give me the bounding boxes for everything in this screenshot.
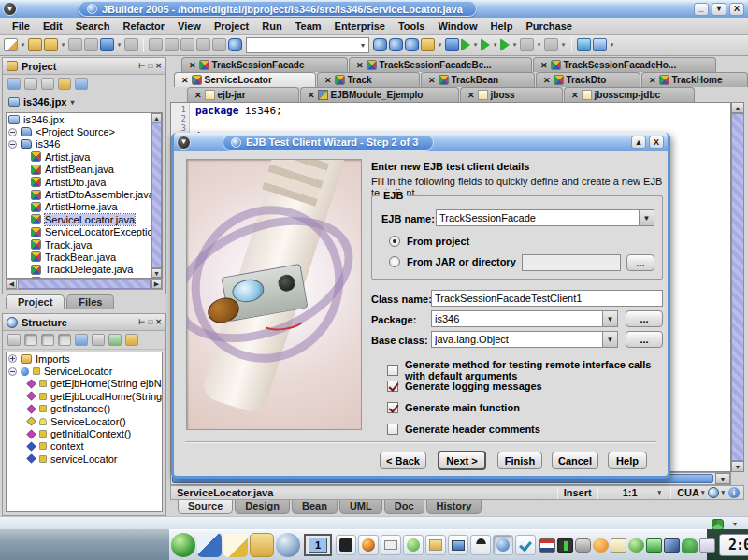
- tab-history[interactable]: History: [426, 500, 482, 514]
- optimize-icon[interactable]: [500, 38, 510, 51]
- dialog-shade-button[interactable]: ▲: [631, 136, 646, 149]
- project-tree-hscrollbar[interactable]: [18, 280, 151, 289]
- close-tab-icon[interactable]: ✕: [540, 61, 548, 70]
- close-tab-icon[interactable]: ✕: [649, 76, 656, 85]
- task-check[interactable]: [515, 535, 536, 555]
- errors-filter-icon[interactable]: [108, 334, 122, 346]
- close-tab-icon[interactable]: ✕: [189, 61, 196, 70]
- project-selector[interactable]: is346.jpx ▾: [3, 93, 165, 110]
- tab-project[interactable]: Project: [6, 294, 65, 309]
- generate-method-checkbox-row[interactable]: Generate method for testing remote inter…: [387, 359, 668, 381]
- next-button[interactable]: Next >: [438, 451, 486, 470]
- open-project-icon[interactable]: [28, 38, 42, 51]
- editor-tab[interactable]: ✕TrackSessionFacadeHo...: [533, 57, 716, 72]
- find-icon[interactable]: [228, 38, 242, 51]
- tray-klipper-icon[interactable]: [611, 538, 626, 553]
- package-dropdown-icon[interactable]: ▼: [602, 311, 617, 326]
- strip-dropdown-icon[interactable]: ▾: [733, 520, 737, 528]
- window-menu-button[interactable]: ▼: [3, 2, 17, 16]
- panel-float-icon[interactable]: □: [148, 318, 152, 326]
- dialog-close-button[interactable]: X: [649, 136, 664, 149]
- find-prev-icon[interactable]: [389, 38, 403, 51]
- menu-tools[interactable]: Tools: [392, 19, 432, 34]
- ejb-name-input[interactable]: [437, 212, 639, 223]
- base-class-input[interactable]: [432, 334, 602, 345]
- menu-run[interactable]: Run: [255, 19, 288, 34]
- desktop-pager[interactable]: 1: [304, 534, 332, 556]
- close-tab-icon[interactable]: ✕: [543, 76, 551, 85]
- search-path-icon[interactable]: [405, 38, 419, 51]
- tab-uml[interactable]: UML: [339, 500, 382, 514]
- ejb-name-combo[interactable]: ▼: [436, 209, 654, 226]
- task-folder[interactable]: [448, 535, 468, 555]
- menu-purchase[interactable]: Purchase: [519, 19, 579, 34]
- project-selector-dropdown-icon[interactable]: ▾: [70, 98, 74, 107]
- tray-power-icon[interactable]: [575, 538, 591, 553]
- generate-header-checkbox[interactable]: [387, 424, 398, 435]
- redo-icon[interactable]: [165, 38, 179, 51]
- tab-bean[interactable]: Bean: [292, 500, 338, 514]
- base-class-combo[interactable]: ▼: [431, 331, 618, 348]
- menu-view[interactable]: View: [171, 19, 208, 34]
- panel-close-icon[interactable]: ✕: [155, 62, 162, 70]
- tree-item[interactable]: ServiceLocator(): [7, 415, 162, 427]
- tree-item[interactable]: TrackBean.java: [7, 251, 162, 263]
- editor-scroll-corner-button[interactable]: ▼: [715, 473, 730, 484]
- jar-path-input[interactable]: [523, 257, 620, 268]
- base-class-dropdown-icon[interactable]: ▼: [602, 332, 617, 347]
- back-icon[interactable]: [520, 38, 534, 51]
- project-properties-icon[interactable]: [75, 78, 88, 90]
- expand-handle[interactable]: [8, 367, 17, 376]
- show-properties-icon[interactable]: [75, 334, 88, 346]
- close-tab-icon[interactable]: ✕: [468, 91, 475, 100]
- minimize-button[interactable]: _: [694, 3, 709, 16]
- editor-tab[interactable]: ✕TrackSessionFacadeBe...: [349, 57, 532, 72]
- forward-dropdown-icon[interactable]: ▾: [560, 41, 567, 49]
- zoom-dropdown-icon[interactable]: ▾: [721, 489, 725, 496]
- debug-icon[interactable]: [481, 38, 490, 51]
- menu-refactor[interactable]: Refactor: [116, 19, 171, 34]
- editor-vscrollbar[interactable]: [731, 113, 744, 461]
- tree-item[interactable]: ServiceLocator: [7, 365, 162, 377]
- maximize-button[interactable]: ▼: [712, 3, 726, 16]
- browse-classes-icon[interactable]: [421, 38, 435, 51]
- editor-tab[interactable]: ✕TrackBean: [421, 72, 535, 87]
- workspaces-dropdown-icon[interactable]: ▾: [609, 41, 615, 49]
- status-info-icon[interactable]: i: [728, 487, 740, 498]
- tree-item[interactable]: ArtistDto.java: [7, 176, 162, 188]
- expand-handle[interactable]: [8, 354, 17, 363]
- package-input[interactable]: [432, 313, 602, 324]
- tree-item[interactable]: ArtistDtoAssembler.java: [7, 188, 162, 200]
- class-name-input[interactable]: [432, 293, 662, 304]
- menu-search[interactable]: Search: [69, 19, 117, 34]
- sort-order-icon[interactable]: [58, 334, 71, 346]
- generate-method-checkbox[interactable]: [387, 365, 398, 376]
- refresh-project-icon[interactable]: [58, 78, 71, 90]
- generate-main-checkbox-row[interactable]: Generate main function: [387, 402, 520, 413]
- tree-item[interactable]: context: [7, 440, 162, 452]
- run-icon[interactable]: [461, 38, 470, 51]
- editor-tab-active[interactable]: ✕ServiceLocator: [174, 72, 316, 87]
- launcher-globe-icon[interactable]: [276, 533, 300, 557]
- tree-item[interactable]: ArtistHome.java: [7, 201, 162, 213]
- editor-scroll-down-button[interactable]: ▼: [731, 461, 744, 472]
- copy-icon[interactable]: [180, 38, 194, 51]
- task-jbuilder-active[interactable]: [493, 535, 513, 555]
- generate-header-checkbox-row[interactable]: Generate header comments: [387, 424, 540, 435]
- close-tab-icon[interactable]: ✕: [356, 61, 364, 70]
- tray-network-icon[interactable]: [593, 538, 609, 553]
- from-project-radio[interactable]: [389, 236, 400, 247]
- forward-icon[interactable]: [544, 38, 558, 51]
- menu-team[interactable]: Team: [289, 19, 328, 34]
- status-zoom-icon[interactable]: [708, 487, 719, 498]
- tray-mixer-icon[interactable]: [557, 538, 573, 553]
- undo-icon[interactable]: [149, 38, 163, 51]
- tray-user-icon[interactable]: [682, 538, 698, 553]
- paste-icon[interactable]: [196, 38, 210, 51]
- from-project-radio-row[interactable]: From project: [389, 236, 469, 247]
- tree-item[interactable]: Artist.java: [7, 151, 162, 163]
- tab-files[interactable]: Files: [66, 294, 114, 309]
- tab-source[interactable]: Source: [178, 500, 233, 514]
- jar-browse-button[interactable]: ...: [626, 254, 654, 271]
- close-project-icon[interactable]: [7, 78, 21, 90]
